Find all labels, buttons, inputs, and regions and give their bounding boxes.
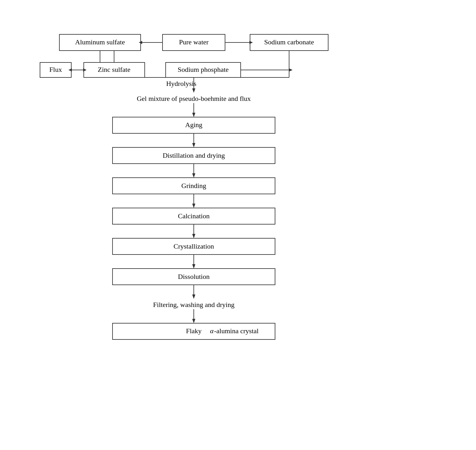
- hydrolysis-label: Hydrolysis: [166, 80, 197, 87]
- crystallization-label: Crystallization: [173, 242, 214, 250]
- svg-marker-37: [192, 234, 195, 238]
- flaky-label: Flaky: [186, 327, 202, 335]
- svg-marker-25: [192, 113, 195, 117]
- flaky-alpha: α: [210, 327, 214, 335]
- svg-marker-34: [192, 204, 195, 208]
- distillation-drying-label: Distillation and drying: [163, 151, 225, 159]
- svg-marker-43: [192, 294, 195, 299]
- svg-marker-28: [192, 143, 195, 147]
- flaky-label2: -alumina crystal: [214, 327, 258, 335]
- svg-marker-15: [289, 68, 293, 72]
- svg-marker-40: [192, 264, 195, 269]
- pure-water-label: Pure water: [179, 38, 209, 46]
- zinc-sulfate-label: Zinc sulfate: [98, 66, 130, 73]
- svg-marker-45: [192, 319, 195, 323]
- flow-diagram: Aluminum sulfate Pure water Sodium carbo…: [31, 17, 445, 448]
- svg-marker-31: [192, 173, 195, 178]
- sodium-phosphate-label: Sodium phosphate: [178, 66, 228, 73]
- sodium-carbonate-label: Sodium carbonate: [264, 38, 314, 46]
- flux-label: Flux: [49, 66, 62, 73]
- aluminum-sulfate-label: Aluminum sulfate: [75, 38, 125, 46]
- dissolution-label: Dissolution: [178, 273, 209, 280]
- calcination-label: Calcination: [178, 212, 209, 220]
- svg-marker-20: [192, 88, 195, 93]
- filtering-label: Filtering, washing and drying: [153, 301, 234, 309]
- grinding-label: Grinding: [181, 182, 206, 190]
- gel-mixture-label: Gel mixture of pseudo-boehmite and flux: [137, 95, 251, 102]
- aging-label: Aging: [185, 121, 203, 129]
